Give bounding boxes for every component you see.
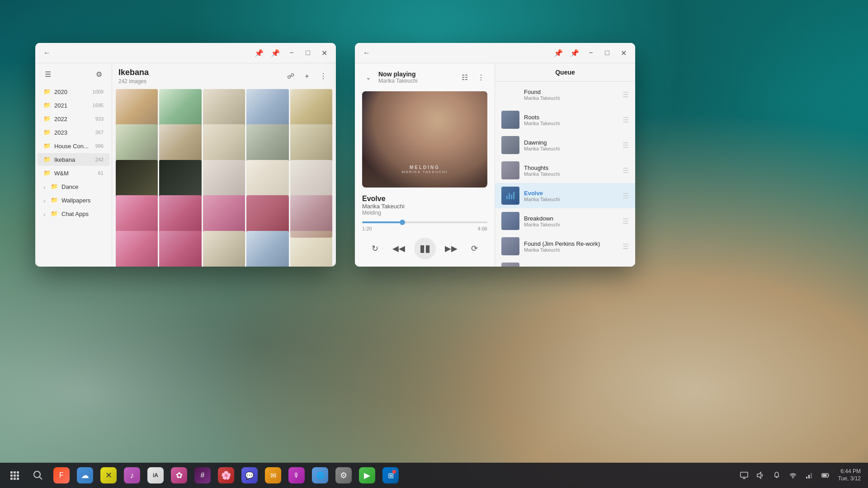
music-minimize-button[interactable]: −: [585, 47, 597, 59]
pin2-button[interactable]: 📌: [269, 47, 282, 59]
queue-thumb: [501, 212, 519, 230]
close-button[interactable]: ✕: [318, 47, 330, 59]
sidebar-item-wallpapers[interactable]: › 📁 Wallpapers: [37, 194, 110, 206]
shuffle-button[interactable]: ⟳: [467, 240, 483, 257]
back-button[interactable]: ←: [41, 47, 53, 59]
minimize-button[interactable]: −: [285, 47, 298, 59]
drag-handle[interactable]: ☰: [623, 116, 629, 124]
track-album: Melding: [362, 210, 487, 216]
next-button[interactable]: ▶▶: [443, 240, 459, 257]
photo-cell[interactable]: [203, 231, 245, 267]
player-controls: ↻ ◀◀ ▮▮ ▶▶ ⟳: [362, 238, 487, 259]
repeat-button[interactable]: ↻: [367, 240, 383, 257]
taskbar-app-mail[interactable]: ✉: [262, 465, 284, 486]
menu-button[interactable]: ☰: [42, 68, 54, 80]
music-back-button[interactable]: ←: [360, 47, 373, 59]
now-playing-left: ⌄ Now playing Marika Takeuchi: [362, 70, 417, 84]
music-close-button[interactable]: ✕: [617, 47, 630, 59]
music-body: ⌄ Now playing Marika Takeuchi ☷ ⋮ Meldin…: [355, 63, 635, 267]
pause-button[interactable]: ▮▮: [414, 238, 436, 259]
sidebar-item-wm[interactable]: 📁 W&M 61: [37, 167, 110, 179]
music-pin-button[interactable]: 📌: [552, 47, 565, 59]
track-info: Evolve Marika Takeuchi Melding: [362, 195, 487, 216]
wifi-icon[interactable]: [786, 468, 800, 483]
svg-rect-13: [828, 475, 829, 476]
taskbar-app-music[interactable]: ♪: [121, 465, 143, 486]
item-label: Dance: [61, 183, 79, 190]
drag-handle[interactable]: ☰: [623, 166, 629, 175]
sidebar-item-2022[interactable]: 📁 2022 933: [37, 113, 110, 125]
more-button[interactable]: ⋮: [317, 70, 330, 83]
volume-icon[interactable]: [753, 468, 768, 483]
filter-button[interactable]: ☍: [284, 70, 297, 83]
sidebar-item-ikebana[interactable]: 📁 Ikebana 242: [37, 153, 110, 166]
taskbar-app-grid[interactable]: [4, 465, 25, 486]
queue-item-evolve[interactable]: Evolve Marika Takeuchi ☰: [495, 183, 635, 208]
screen-mirror-icon[interactable]: [737, 468, 751, 483]
sidebar-item-house[interactable]: 📁 House Con... 996: [37, 140, 110, 152]
drag-handle[interactable]: ☰: [623, 192, 629, 200]
notification-icon[interactable]: [769, 468, 784, 483]
queue-item-found[interactable]: Found Marika Takeuchi ☰: [495, 82, 635, 107]
options-button[interactable]: ⋮: [475, 71, 487, 84]
queue-item-motion[interactable]: Motion Marika Takeuchi ☰: [495, 259, 635, 267]
item-count: 61: [98, 170, 104, 176]
photo-cell[interactable]: [159, 231, 201, 267]
queue-item-dawning[interactable]: Dawning Marika Takeuchi ☰: [495, 132, 635, 158]
folder-icon: 📁: [43, 142, 51, 150]
drag-handle[interactable]: ☰: [623, 242, 629, 251]
eq-button[interactable]: ☷: [458, 71, 471, 84]
music-pin2-button[interactable]: 📌: [568, 47, 581, 59]
maximize-button[interactable]: □: [302, 47, 314, 59]
battery-icon[interactable]: [818, 468, 833, 483]
add-button[interactable]: +: [301, 70, 313, 83]
taskbar-app-play[interactable]: ▶: [356, 465, 378, 486]
eq-bar-1: [506, 196, 508, 199]
folder-icon: 📁: [43, 115, 51, 122]
queue-item-thoughts[interactable]: Thoughts Marika Takeuchi ☰: [495, 158, 635, 183]
taskbar-app-podcast[interactable]: 🎙: [286, 465, 307, 486]
taskbar-app-cloud[interactable]: ☁: [74, 465, 96, 486]
taskbar-app-settings[interactable]: ⚙: [333, 465, 354, 486]
photo-cell[interactable]: [246, 231, 288, 267]
settings-button[interactable]: ⚙: [93, 68, 105, 80]
slack-icon: #: [194, 467, 211, 483]
taskbar-app-figma[interactable]: F: [51, 465, 72, 486]
music-maximize-button[interactable]: □: [601, 47, 613, 59]
sidebar-item-dance[interactable]: › 📁 Dance: [37, 180, 110, 193]
sidebar-item-2023[interactable]: 📁 2023 267: [37, 126, 110, 139]
taskbar-app-slack[interactable]: #: [192, 465, 213, 486]
drag-handle[interactable]: ☰: [623, 141, 629, 150]
album-text-overlay: Melding Marika Takeuchi: [401, 165, 448, 174]
taskbar-app-chat[interactable]: 💬: [239, 465, 260, 486]
sidebar-item-2020[interactable]: 📁 2020 1009: [37, 85, 110, 98]
collapse-button[interactable]: ⌄: [362, 71, 375, 84]
thumb-image: [501, 237, 519, 255]
track-artist: Marika Takeuchi: [362, 203, 487, 210]
prev-button[interactable]: ◀◀: [391, 240, 407, 257]
progress-handle[interactable]: [400, 220, 405, 225]
taskbar-app-netscape[interactable]: 🌐: [309, 465, 331, 486]
photo-cell[interactable]: [290, 231, 332, 267]
sidebar-header: ☰ ⚙: [35, 63, 112, 85]
drag-handle[interactable]: ☰: [623, 90, 629, 99]
drag-handle[interactable]: ☰: [623, 217, 629, 225]
queue-item-found-remix[interactable]: Found (Jim Perkins Re-work) Marika Takeu…: [495, 234, 635, 259]
taskbar-app-daisy[interactable]: 🌸: [215, 465, 237, 486]
queue-item-roots[interactable]: Roots Marika Takeuchi ☰: [495, 107, 635, 132]
queue-item-breakdown[interactable]: Breakdown Marika Takeuchi ☰: [495, 208, 635, 234]
taskbar-app-cross[interactable]: ✕: [98, 465, 119, 486]
taskbar-app-ia[interactable]: iA: [145, 465, 166, 486]
taskbar-app-flower[interactable]: ✿: [168, 465, 190, 486]
eq-bar-4: [513, 192, 514, 199]
photo-cell[interactable]: [116, 231, 158, 267]
pin-button[interactable]: 📌: [253, 47, 265, 59]
signal-icon[interactable]: [802, 468, 816, 483]
taskbar-app-windows[interactable]: ⊞: [380, 465, 401, 486]
sidebar-item-2021[interactable]: 📁 2021 1695: [37, 99, 110, 112]
sidebar-item-chat-apps[interactable]: › 📁 Chat Apps: [37, 207, 110, 220]
taskbar-search[interactable]: [27, 465, 49, 486]
chevron-icon: ›: [43, 211, 49, 216]
system-clock[interactable]: 6:44 PM Tue, 3/12: [835, 468, 864, 482]
progress-bar[interactable]: [362, 221, 487, 223]
